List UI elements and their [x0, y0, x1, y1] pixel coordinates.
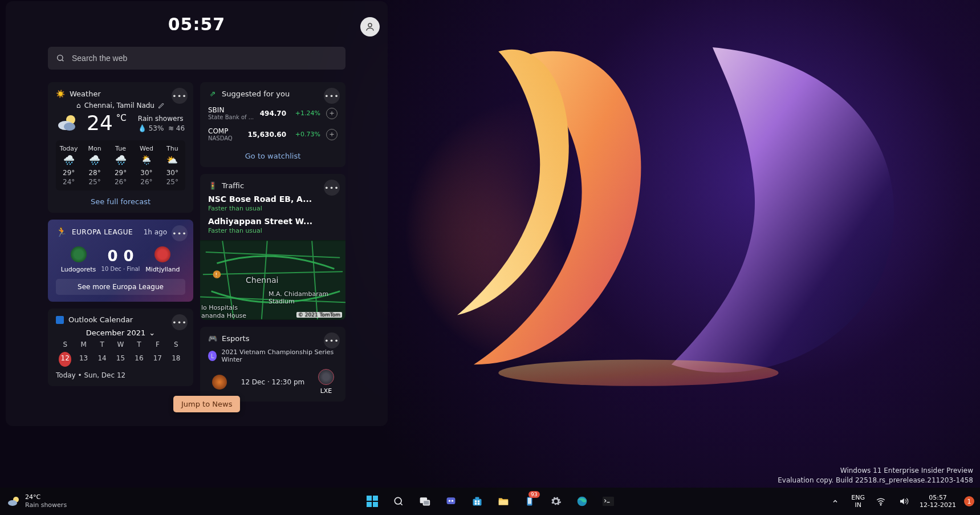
watchlist-link[interactable]: Go to watchlist [208, 152, 337, 160]
settings-button[interactable] [544, 490, 567, 513]
search-field[interactable] [71, 53, 337, 63]
traffic-title: Traffic [222, 181, 244, 190]
person-icon [365, 22, 375, 32]
svg-point-19 [448, 500, 450, 502]
europa-title: EUROPA LEAGUE [72, 228, 133, 236]
svg-rect-18 [446, 497, 455, 504]
svg-rect-21 [473, 499, 481, 506]
calendar-month[interactable]: December 2021⌄ [56, 329, 185, 337]
file-explorer-button[interactable] [492, 490, 515, 513]
traffic-route[interactable]: NSC Bose Road EB, A... Faster than usual [208, 194, 337, 212]
suggested-title: Suggested for you [222, 90, 290, 98]
outlook-icon [56, 316, 64, 324]
wallpaper-bloom [402, 10, 941, 422]
svg-rect-31 [603, 497, 614, 506]
edge-button[interactable] [571, 490, 593, 513]
stock-row[interactable]: COMPNASDAQ 15,630.60 +0.73% + [208, 124, 337, 145]
stocks-icon: ⇗ [208, 89, 217, 98]
task-view-button[interactable] [413, 490, 436, 513]
weather-condition-icon [56, 112, 79, 135]
away-team: Midtjylland [140, 246, 185, 273]
calendar-title: Outlook Calendar [68, 315, 133, 324]
svg-point-5 [64, 123, 75, 131]
sun-icon: ☀️ [56, 89, 65, 98]
traffic-route[interactable]: Adhiyappan Street W... Faster than usual [208, 217, 337, 234]
widgets-panel: 05:57 ☀️ Weather ••• ⌂ Chennai, Tamil Na… [6, 1, 388, 426]
ms-store-button[interactable] [466, 490, 489, 513]
svg-rect-26 [477, 503, 479, 505]
svg-point-0 [498, 360, 778, 386]
svg-rect-29 [528, 498, 531, 504]
start-button[interactable] [361, 490, 384, 513]
svg-rect-11 [367, 496, 372, 501]
wifi-icon [876, 496, 886, 506]
home-icon: ⌂ [76, 102, 81, 110]
svg-point-2 [58, 55, 63, 60]
weather-title: Weather [70, 90, 101, 98]
search-input[interactable] [48, 47, 345, 70]
svg-point-20 [451, 500, 453, 502]
svg-rect-14 [373, 502, 378, 507]
stock-row[interactable]: SBINState Bank of ... 494.70 +1.24% + [208, 103, 337, 124]
add-stock-button[interactable]: + [326, 129, 337, 140]
esports-series: L2021 Vietnam Championship Series Winter [208, 348, 337, 363]
gamepad-icon: 🎮 [208, 334, 217, 343]
phone-link-button[interactable]: 93 [518, 490, 541, 513]
europa-menu[interactable]: ••• [172, 225, 188, 241]
europa-ago: 1h ago [144, 228, 167, 236]
svg-rect-27 [498, 500, 508, 505]
badge: 93 [528, 491, 539, 498]
svg-rect-12 [373, 496, 378, 501]
esports-title: Esports [222, 334, 249, 343]
volume-button[interactable] [893, 488, 914, 515]
chat-button[interactable] [440, 490, 462, 513]
weather-temp: 24°C [87, 113, 127, 133]
traffic-card[interactable]: 🚦 Traffic ••• NSC Bose Road EB, A... Fas… [200, 174, 345, 320]
notification-badge[interactable]: 1 [964, 496, 974, 506]
network-button[interactable] [871, 488, 891, 515]
calendar-days[interactable]: 12131415161718 [56, 352, 185, 367]
suggested-menu[interactable]: ••• [324, 88, 340, 104]
weather-forecast-link[interactable]: See full forecast [56, 197, 185, 206]
jump-to-news-button[interactable]: Jump to News [173, 396, 240, 412]
weather-menu[interactable]: ••• [172, 88, 188, 104]
calendar-selected: Today • Sun, Dec 12 [56, 371, 185, 379]
suggested-card[interactable]: ⇗ Suggested for you ••• SBINState Bank o… [200, 82, 345, 167]
search-icon [56, 54, 65, 63]
svg-rect-13 [367, 502, 372, 507]
profile-button[interactable] [360, 17, 380, 37]
svg-point-10 [8, 500, 17, 506]
taskbar-center: 93 [361, 488, 620, 515]
weather-location: Chennai, Tamil Nadu [84, 102, 154, 110]
traffic-menu[interactable]: ••• [324, 180, 340, 196]
edit-icon[interactable] [158, 102, 165, 109]
svg-point-1 [368, 23, 372, 27]
svg-rect-22 [475, 497, 479, 500]
europa-link[interactable]: See more Europa League [56, 279, 185, 295]
taskbar: 24°CRain showers 93 ENGIN 05:5712-12-202… [0, 488, 980, 515]
calendar-card[interactable]: Outlook Calendar ••• December 2021⌄ SMTW… [48, 309, 193, 386]
europa-card[interactable]: 🏃 EUROPA LEAGUE 1h ago ••• Ludogorets 00… [48, 220, 193, 302]
weather-desc: Rain showers 💧 53% ≋ 46 [138, 115, 185, 132]
search-icon [393, 496, 404, 507]
esports-menu[interactable]: ••• [324, 332, 340, 348]
terminal-button[interactable] [597, 490, 620, 513]
language-button[interactable]: ENGIN [848, 488, 868, 515]
tray-overflow-button[interactable] [825, 488, 845, 515]
weather-card[interactable]: ☀️ Weather ••• ⌂ Chennai, Tamil Nadu 24°… [48, 82, 193, 213]
match-score: 00 10 Dec · Final [101, 248, 140, 272]
svg-rect-17 [423, 500, 429, 505]
calendar-menu[interactable]: ••• [172, 314, 188, 330]
home-team: Ludogorets [56, 246, 101, 273]
esports-card[interactable]: 🎮 Esports ••• L2021 Vietnam Championship… [200, 327, 345, 402]
add-stock-button[interactable]: + [326, 108, 337, 119]
search-button[interactable] [387, 490, 410, 513]
chevron-up-icon [832, 498, 839, 505]
weather-icon [7, 494, 21, 508]
taskbar-weather[interactable]: 24°CRain showers [0, 488, 74, 515]
calendar-dow: SMTWTFS [56, 340, 185, 348]
clock-button[interactable]: 05:5712-12-2021 [916, 488, 959, 515]
traffic-map[interactable]: ! Chennai M.A. Chidambaram Stadium lo Ho… [200, 240, 345, 320]
esports-match[interactable]: 12 Dec · 12:30 pm LXE [208, 369, 337, 395]
map-copyright: © 2021 TomTom [296, 312, 342, 318]
